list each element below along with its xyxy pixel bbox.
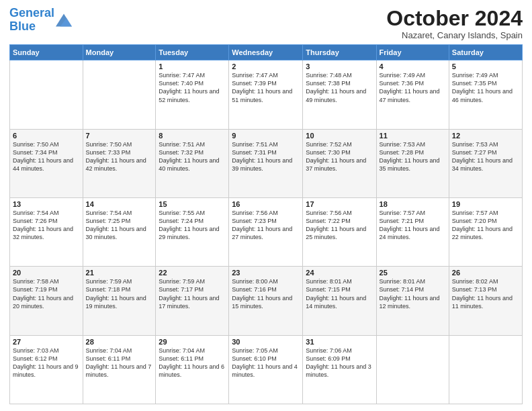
day-info: Sunrise: 7:57 AMSunset: 7:21 PMDaylight:…: [380, 209, 446, 242]
calendar-cell: 12Sunrise: 7:53 AMSunset: 7:27 PMDayligh…: [449, 129, 522, 197]
day-number: 18: [380, 200, 446, 208]
day-number: 27: [13, 338, 80, 346]
weekday-header-thursday: Thursday: [303, 45, 376, 60]
day-info: Sunrise: 7:05 AMSunset: 6:10 PMDaylight:…: [232, 347, 300, 379]
calendar-cell: 3Sunrise: 7:48 AMSunset: 7:38 PMDaylight…: [303, 60, 376, 129]
day-info: Sunrise: 8:01 AMSunset: 7:14 PMDaylight:…: [380, 277, 446, 310]
day-number: 19: [452, 200, 519, 208]
day-number: 29: [159, 338, 226, 346]
day-info: Sunrise: 7:50 AMSunset: 7:34 PMDaylight:…: [13, 140, 80, 173]
day-number: 10: [306, 132, 373, 140]
day-info: Sunrise: 7:58 AMSunset: 7:19 PMDaylight:…: [13, 277, 80, 310]
month-title: October 2024: [386, 7, 523, 30]
calendar-cell: 2Sunrise: 7:47 AMSunset: 7:39 PMDaylight…: [229, 60, 303, 129]
calendar-cell: 4Sunrise: 7:49 AMSunset: 7:36 PMDaylight…: [376, 60, 449, 129]
day-number: 6: [13, 132, 80, 140]
day-number: 23: [232, 269, 300, 277]
day-info: Sunrise: 8:00 AMSunset: 7:16 PMDaylight:…: [232, 277, 300, 310]
day-info: Sunrise: 7:48 AMSunset: 7:38 PMDaylight:…: [306, 71, 373, 104]
day-number: 7: [86, 132, 153, 140]
day-number: 14: [86, 200, 153, 208]
day-info: Sunrise: 7:59 AMSunset: 7:17 PMDaylight:…: [159, 277, 226, 310]
calendar-cell: 24Sunrise: 8:01 AMSunset: 7:15 PMDayligh…: [303, 267, 376, 335]
weekday-header-row: SundayMondayTuesdayWednesdayThursdayFrid…: [10, 45, 523, 60]
day-info: Sunrise: 7:04 AMSunset: 6:11 PMDaylight:…: [86, 347, 153, 379]
day-number: 1: [159, 62, 226, 71]
calendar-cell: 19Sunrise: 7:57 AMSunset: 7:20 PMDayligh…: [449, 197, 522, 266]
calendar-cell: 22Sunrise: 7:59 AMSunset: 7:17 PMDayligh…: [156, 267, 229, 335]
day-info: Sunrise: 7:56 AMSunset: 7:23 PMDaylight:…: [232, 209, 300, 242]
day-number: 20: [13, 269, 80, 277]
title-area: October 2024 Nazaret, Canary Islands, Sp…: [386, 7, 523, 40]
day-info: Sunrise: 8:01 AMSunset: 7:15 PMDaylight:…: [306, 277, 373, 310]
calendar-cell: [10, 60, 83, 129]
calendar-cell: 30Sunrise: 7:05 AMSunset: 6:10 PMDayligh…: [229, 335, 303, 404]
day-number: 4: [380, 62, 446, 71]
calendar-cell: 18Sunrise: 7:57 AMSunset: 7:21 PMDayligh…: [376, 197, 449, 266]
day-number: 17: [306, 200, 373, 208]
page: General Blue October 2024 Nazaret, Canar…: [0, 0, 532, 411]
week-row-1: 1Sunrise: 7:47 AMSunset: 7:40 PMDaylight…: [10, 60, 523, 129]
day-info: Sunrise: 7:53 AMSunset: 7:28 PMDaylight:…: [380, 140, 446, 173]
day-info: Sunrise: 7:52 AMSunset: 7:30 PMDaylight:…: [306, 140, 373, 173]
calendar-cell: 10Sunrise: 7:52 AMSunset: 7:30 PMDayligh…: [303, 129, 376, 197]
logo: General Blue: [9, 7, 72, 34]
day-info: Sunrise: 7:04 AMSunset: 6:11 PMDaylight:…: [159, 347, 226, 379]
logo-line2: Blue: [9, 19, 36, 33]
day-number: 30: [232, 338, 300, 346]
day-info: Sunrise: 7:56 AMSunset: 7:22 PMDaylight:…: [306, 209, 373, 242]
weekday-header-friday: Friday: [376, 45, 449, 60]
calendar-cell: 25Sunrise: 8:01 AMSunset: 7:14 PMDayligh…: [376, 267, 449, 335]
day-number: 26: [452, 269, 519, 277]
calendar-cell: [376, 335, 449, 404]
week-row-4: 20Sunrise: 7:58 AMSunset: 7:19 PMDayligh…: [10, 267, 523, 335]
day-number: 31: [306, 338, 373, 346]
calendar-cell: 8Sunrise: 7:51 AMSunset: 7:32 PMDaylight…: [156, 129, 229, 197]
weekday-header-wednesday: Wednesday: [229, 45, 303, 60]
calendar-cell: 1Sunrise: 7:47 AMSunset: 7:40 PMDaylight…: [156, 60, 229, 129]
day-number: 15: [159, 200, 226, 208]
week-row-2: 6Sunrise: 7:50 AMSunset: 7:34 PMDaylight…: [10, 129, 523, 197]
day-info: Sunrise: 7:03 AMSunset: 6:12 PMDaylight:…: [13, 347, 80, 379]
day-number: 28: [86, 338, 153, 346]
calendar-cell: 9Sunrise: 7:51 AMSunset: 7:31 PMDaylight…: [229, 129, 303, 197]
location: Nazaret, Canary Islands, Spain: [386, 30, 523, 40]
day-info: Sunrise: 7:49 AMSunset: 7:35 PMDaylight:…: [452, 71, 519, 104]
calendar-cell: 13Sunrise: 7:54 AMSunset: 7:26 PMDayligh…: [10, 197, 83, 266]
week-row-3: 13Sunrise: 7:54 AMSunset: 7:26 PMDayligh…: [10, 197, 523, 266]
calendar-cell: 17Sunrise: 7:56 AMSunset: 7:22 PMDayligh…: [303, 197, 376, 266]
day-info: Sunrise: 7:51 AMSunset: 7:32 PMDaylight:…: [159, 140, 226, 173]
day-info: Sunrise: 7:47 AMSunset: 7:40 PMDaylight:…: [159, 71, 226, 104]
day-info: Sunrise: 7:57 AMSunset: 7:20 PMDaylight:…: [452, 209, 519, 242]
day-info: Sunrise: 7:06 AMSunset: 6:09 PMDaylight:…: [306, 347, 373, 379]
weekday-header-monday: Monday: [83, 45, 156, 60]
day-number: 13: [13, 200, 80, 208]
day-number: 8: [159, 132, 226, 140]
calendar-cell: 23Sunrise: 8:00 AMSunset: 7:16 PMDayligh…: [229, 267, 303, 335]
day-info: Sunrise: 7:54 AMSunset: 7:26 PMDaylight:…: [13, 209, 80, 242]
day-info: Sunrise: 7:53 AMSunset: 7:27 PMDaylight:…: [452, 140, 519, 173]
day-number: 21: [86, 269, 153, 277]
day-number: 24: [306, 269, 373, 277]
calendar-cell: 27Sunrise: 7:03 AMSunset: 6:12 PMDayligh…: [10, 335, 83, 404]
calendar-cell: 15Sunrise: 7:55 AMSunset: 7:24 PMDayligh…: [156, 197, 229, 266]
day-number: 9: [232, 132, 300, 140]
calendar-cell: 31Sunrise: 7:06 AMSunset: 6:09 PMDayligh…: [303, 335, 376, 404]
day-number: 25: [380, 269, 446, 277]
day-info: Sunrise: 7:47 AMSunset: 7:39 PMDaylight:…: [232, 71, 300, 104]
day-info: Sunrise: 7:49 AMSunset: 7:36 PMDaylight:…: [380, 71, 446, 104]
day-info: Sunrise: 7:50 AMSunset: 7:33 PMDaylight:…: [86, 140, 153, 173]
day-info: Sunrise: 8:02 AMSunset: 7:13 PMDaylight:…: [452, 277, 519, 310]
calendar-cell: 6Sunrise: 7:50 AMSunset: 7:34 PMDaylight…: [10, 129, 83, 197]
day-number: 16: [232, 200, 300, 208]
calendar-cell: 14Sunrise: 7:54 AMSunset: 7:25 PMDayligh…: [83, 197, 156, 266]
weekday-header-saturday: Saturday: [449, 45, 522, 60]
calendar-cell: 21Sunrise: 7:59 AMSunset: 7:18 PMDayligh…: [83, 267, 156, 335]
day-info: Sunrise: 7:54 AMSunset: 7:25 PMDaylight:…: [86, 209, 153, 242]
calendar-cell: [83, 60, 156, 129]
day-info: Sunrise: 7:55 AMSunset: 7:24 PMDaylight:…: [159, 209, 226, 242]
calendar-cell: 11Sunrise: 7:53 AMSunset: 7:28 PMDayligh…: [376, 129, 449, 197]
calendar-cell: 20Sunrise: 7:58 AMSunset: 7:19 PMDayligh…: [10, 267, 83, 335]
calendar-cell: 29Sunrise: 7:04 AMSunset: 6:11 PMDayligh…: [156, 335, 229, 404]
header: General Blue October 2024 Nazaret, Canar…: [9, 7, 523, 40]
